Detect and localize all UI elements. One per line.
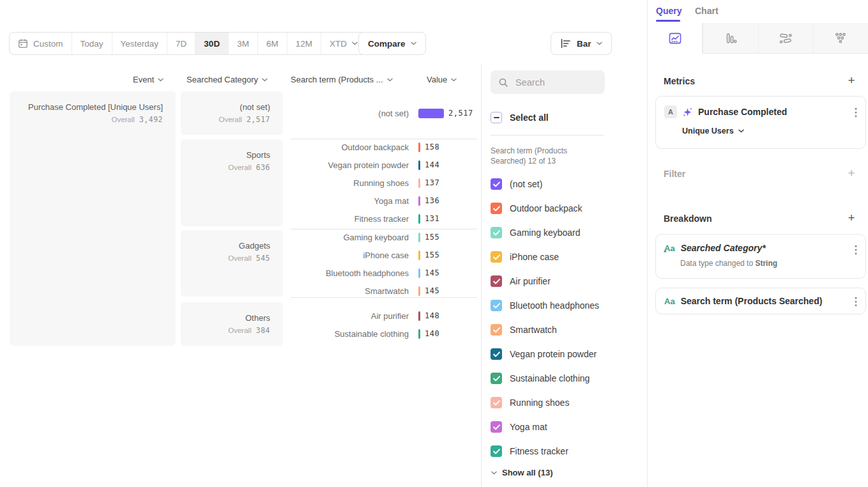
column-header-event[interactable]: Event <box>133 75 164 84</box>
term-label: Yoga mat <box>291 196 409 206</box>
value-bar[interactable] <box>418 143 420 152</box>
string-property-icon: Aa* <box>664 244 675 253</box>
series-checkbox-sustainable-clothing[interactable]: Sustainable clothing <box>491 366 590 390</box>
value-bar[interactable] <box>418 214 420 224</box>
value-bar[interactable] <box>418 251 420 260</box>
term-value: 155 <box>425 251 439 259</box>
show-all-toggle[interactable]: Show all (13) <box>491 468 552 477</box>
checkbox-icon <box>491 445 502 457</box>
group-divider <box>291 297 477 298</box>
category-overall: Overall636 <box>181 163 270 172</box>
series-checkbox-vegan-protein-powder[interactable]: Vegan protein powder <box>491 342 597 366</box>
column-header-search-term[interactable]: Search term (Products ... <box>291 75 393 84</box>
series-checkbox-gaming-keyboard[interactable]: Gaming keyboard <box>491 220 581 245</box>
kebab-menu-icon[interactable] <box>855 245 857 255</box>
report-tab-insights[interactable] <box>648 23 703 54</box>
date-range-7d[interactable]: 7D <box>167 33 195 54</box>
date-range-today[interactable]: Today <box>72 33 112 54</box>
value-bar[interactable] <box>418 233 420 242</box>
date-range-30d[interactable]: 30D <box>195 33 229 54</box>
chart-style-dropdown[interactable]: Bar <box>551 32 612 55</box>
retention-icon <box>834 31 848 45</box>
checkbox-icon <box>491 300 502 311</box>
value-bar[interactable] <box>418 311 420 321</box>
date-range-custom[interactable]: Custom <box>10 33 72 54</box>
series-label: Bluetooth headphones <box>510 300 599 311</box>
checkbox-icon <box>491 397 502 408</box>
date-range-6m[interactable]: 6M <box>258 33 287 54</box>
value-bar[interactable] <box>418 178 420 188</box>
series-checkbox-air-purifier[interactable]: Air purifier <box>491 269 551 293</box>
category-name: Others <box>181 313 270 323</box>
category-name: Gadgets <box>181 241 270 251</box>
search-field[interactable] <box>514 77 598 88</box>
date-range-yesterday[interactable]: Yesterday <box>112 33 168 54</box>
tab-chart[interactable]: Chart <box>695 6 719 16</box>
category-name: Sports <box>181 150 270 160</box>
checkbox-icon <box>491 275 502 287</box>
value-bar[interactable] <box>418 268 420 278</box>
select-all-checkbox[interactable]: Select all <box>491 112 549 123</box>
add-metric-icon[interactable]: + <box>846 75 857 86</box>
kebab-menu-icon[interactable] <box>855 107 857 118</box>
term-label: Bluetooth headphones <box>291 268 409 278</box>
report-tab-retention[interactable] <box>813 23 868 54</box>
checkbox-icon <box>491 178 502 190</box>
category-cell[interactable]: SportsOverall636 <box>181 139 283 226</box>
series-checkbox-running-shoes[interactable]: Running shoes <box>491 390 569 415</box>
breakdown-card[interactable]: Aa Search term (Products Searched) <box>655 288 866 314</box>
date-range-3m[interactable]: 3M <box>229 33 258 54</box>
series-checkbox-fitness-tracker[interactable]: Fitness tracker <box>491 439 568 463</box>
report-tab-flow[interactable] <box>758 23 813 54</box>
compare-label: Compare <box>368 39 406 49</box>
date-range-label: Today <box>80 39 103 49</box>
kebab-menu-icon[interactable] <box>855 297 857 307</box>
search-input[interactable] <box>491 70 605 94</box>
checkbox-icon <box>491 251 502 263</box>
date-range-label: 6M <box>266 39 278 49</box>
event-overall: Overall3,492 <box>10 115 163 124</box>
category-cell[interactable]: (not set)Overall2,517 <box>181 91 283 135</box>
column-header-searched-category[interactable]: Searched Category <box>187 75 268 84</box>
add-filter-icon[interactable]: + <box>846 167 857 179</box>
category-cell[interactable]: OthersOverall384 <box>181 302 283 346</box>
series-checkbox-smartwatch[interactable]: Smartwatch <box>491 318 557 342</box>
value-bar[interactable] <box>418 329 420 339</box>
series-checkbox-iphone-case[interactable]: iPhone case <box>491 245 559 269</box>
compare-button[interactable]: Compare <box>358 32 426 55</box>
report-tab-bar-chart[interactable] <box>703 23 758 54</box>
overall-label: Overall <box>111 116 134 123</box>
chevron-down-icon <box>387 78 393 82</box>
term-value: 140 <box>425 329 439 338</box>
column-header-value[interactable]: Value <box>427 75 457 84</box>
tab-query[interactable]: Query <box>656 6 681 16</box>
series-label: Fitness tracker <box>510 446 568 456</box>
value-bar[interactable] <box>418 286 420 296</box>
metric-card[interactable]: A Purchase Completed Unique Users <box>655 96 866 149</box>
overall-value: 3,492 <box>139 115 163 124</box>
series-label: iPhone case <box>510 252 559 262</box>
event-cell[interactable]: Purchase Completed [Unique Users] Overal… <box>10 91 176 346</box>
term-label: Smartwatch <box>291 286 409 296</box>
breakdown-heading: Breakdown <box>664 213 712 224</box>
series-checkbox-bluetooth-headphones[interactable]: Bluetooth headphones <box>491 293 599 318</box>
chevron-down-icon <box>738 129 744 133</box>
date-range-12m[interactable]: 12M <box>287 33 321 54</box>
add-breakdown-icon[interactable]: + <box>846 212 857 224</box>
value-bar[interactable] <box>418 109 444 118</box>
panel-divider <box>481 64 482 487</box>
category-cell[interactable]: GadgetsOverall545 <box>181 230 283 297</box>
series-checkbox-outdoor-backpack[interactable]: Outdoor backpack <box>491 196 582 220</box>
term-value: 145 <box>425 268 439 277</box>
series-checkbox--not-set-[interactable]: (not set) <box>491 172 542 196</box>
column-label: Event <box>133 75 154 84</box>
breakdown-card[interactable]: Aa* Searched Category* Data type changed… <box>655 234 866 279</box>
series-label: Vegan protein powder <box>510 349 597 359</box>
series-checkbox-yoga-mat[interactable]: Yoga mat <box>491 415 547 439</box>
aggregation-dropdown[interactable]: Unique Users <box>682 127 857 135</box>
term-value: 145 <box>425 286 439 295</box>
value-bar[interactable] <box>418 196 420 206</box>
value-bar[interactable] <box>418 160 420 170</box>
group-divider <box>291 139 477 139</box>
select-all-label: Select all <box>510 112 549 123</box>
